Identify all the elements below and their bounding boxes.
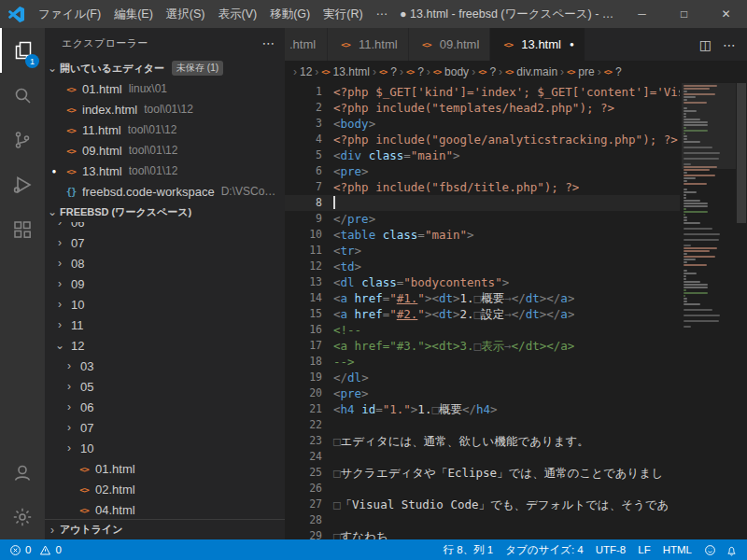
search-icon[interactable] bbox=[0, 73, 45, 118]
code-line: 27□「Visual Studio Code」でも、デフォルトでは、そうであ bbox=[285, 497, 680, 512]
problems-indicator[interactable]: 0 0 bbox=[9, 544, 62, 556]
status-tab-size[interactable]: タブのサイズ: 4 bbox=[505, 543, 583, 557]
symbol-icon: <> bbox=[321, 67, 329, 77]
breadcrumb-item[interactable]: <>pre bbox=[567, 65, 595, 78]
folder-item[interactable]: ›11 bbox=[45, 315, 285, 335]
folder-item[interactable]: ›06 bbox=[45, 397, 285, 417]
run-debug-icon[interactable] bbox=[0, 162, 45, 207]
code-line: 28 bbox=[285, 512, 680, 528]
tabs: .html<>11.html<>09.html<>13.html● bbox=[285, 28, 585, 61]
folder-item[interactable]: ⌄12 bbox=[45, 335, 285, 356]
open-editor-item[interactable]: <>09.htmltool\01\12 bbox=[45, 140, 285, 161]
menu-file[interactable]: ファイル(F) bbox=[32, 0, 107, 28]
breadcrumb-item[interactable]: <>? bbox=[604, 65, 622, 78]
folder-item[interactable]: ›06 bbox=[45, 222, 285, 232]
menu-view[interactable]: 表示(V) bbox=[211, 0, 263, 28]
status-encoding[interactable]: UTF-8 bbox=[596, 544, 627, 555]
code-editor[interactable]: 1<?php $_GET['kind']='index'; $_GET['con… bbox=[285, 83, 747, 539]
file-item[interactable]: <>02.html bbox=[45, 479, 285, 499]
code-line: 1<?php $_GET['kind']='index'; $_GET['con… bbox=[285, 84, 680, 100]
folder-item[interactable]: ›07 bbox=[45, 417, 285, 438]
status-language[interactable]: HTML bbox=[663, 544, 692, 555]
breadcrumb-item[interactable]: <>13.html bbox=[321, 65, 370, 78]
maximize-button[interactable]: □ bbox=[663, 0, 705, 28]
html-file-icon: <> bbox=[419, 39, 434, 49]
folder-item[interactable]: ›10 bbox=[45, 438, 285, 458]
open-editor-item[interactable]: <>01.htmllinux\01 bbox=[45, 78, 285, 99]
symbol-icon: <> bbox=[406, 67, 414, 77]
menu-run[interactable]: 実行(R) bbox=[317, 0, 369, 28]
breadcrumb-item[interactable]: 12 bbox=[300, 65, 312, 78]
source-control-icon[interactable] bbox=[0, 118, 45, 162]
workspace-file-icon: {} bbox=[63, 186, 78, 197]
folder-item[interactable]: ›10 bbox=[45, 294, 285, 315]
folder-item[interactable]: ›09 bbox=[45, 273, 285, 294]
line-number: 15 bbox=[285, 306, 322, 322]
file-item[interactable]: <>01.html bbox=[45, 458, 285, 479]
folder-item[interactable]: ›08 bbox=[45, 253, 285, 273]
line-number: 27 bbox=[285, 497, 322, 512]
window-title: ● 13.html - freebsd (ワークスペース) - Visu… bbox=[394, 7, 621, 22]
menu-go[interactable]: 移動(G) bbox=[263, 0, 317, 28]
bell-icon[interactable] bbox=[726, 544, 738, 556]
extensions-icon[interactable] bbox=[0, 207, 45, 252]
tab-09.html[interactable]: <>09.html bbox=[409, 28, 491, 61]
file-item[interactable]: <>04.html bbox=[45, 499, 285, 519]
code-line: 17<a href="#3."><dt>3.□表示→</dt></a> bbox=[285, 338, 680, 354]
tab-13.html[interactable]: <>13.html● bbox=[490, 28, 585, 61]
breadcrumb-item[interactable]: <>div.main bbox=[505, 65, 557, 78]
menu-selection[interactable]: 選択(S) bbox=[160, 0, 212, 28]
item-name: 08 bbox=[71, 257, 84, 271]
open-editor-item[interactable]: <>index.htmltool\01\12 bbox=[45, 99, 285, 119]
menu-edit[interactable]: 編集(E) bbox=[107, 0, 160, 28]
open-editors-header[interactable]: ⌄ 開いているエディター 未保存 (1) bbox=[45, 58, 285, 78]
line-number: 19 bbox=[285, 370, 322, 385]
settings-icon[interactable] bbox=[0, 495, 45, 539]
file-name: 13.html bbox=[82, 164, 122, 178]
minimize-button[interactable]: ─ bbox=[621, 0, 663, 28]
item-name: 07 bbox=[71, 236, 84, 250]
breadcrumb-item[interactable]: <>? bbox=[379, 65, 397, 78]
open-editors-list: <>01.htmllinux\01<>index.htmltool\01\12<… bbox=[45, 78, 285, 202]
editor-scrollbar[interactable] bbox=[736, 83, 747, 539]
minimap[interactable] bbox=[682, 83, 736, 539]
close-button[interactable]: ✕ bbox=[705, 0, 747, 28]
code-line: 10<table class="main"> bbox=[285, 227, 680, 243]
breadcrumb-item[interactable]: <>? bbox=[478, 65, 496, 78]
file-path: tool\01\12 bbox=[144, 103, 193, 116]
breadcrumb-separator-icon: › bbox=[472, 65, 475, 78]
explorer-title-label: エクスプローラー bbox=[62, 36, 148, 50]
open-editor-item[interactable]: {}freebsd.code-workspaceD:\VSCo… bbox=[45, 181, 285, 202]
folder-item[interactable]: ›03 bbox=[45, 356, 285, 376]
tab-label: 13.html bbox=[521, 37, 561, 51]
explorer-icon[interactable]: 1 bbox=[0, 28, 45, 73]
feedback-icon[interactable] bbox=[704, 544, 716, 556]
tab-.html[interactable]: .html bbox=[285, 28, 328, 61]
more-actions-icon[interactable]: ⋯ bbox=[262, 35, 275, 50]
status-eol[interactable]: LF bbox=[638, 544, 650, 555]
status-right-items: 行 8、列 1タブのサイズ: 4UTF-8LFHTML bbox=[444, 543, 692, 557]
breadcrumb-item[interactable]: <>body bbox=[433, 65, 469, 78]
vscode-logo bbox=[0, 7, 32, 22]
file-name: index.html bbox=[82, 103, 137, 117]
more-actions-icon[interactable]: ⋯ bbox=[723, 37, 736, 52]
outline-section-header[interactable]: › アウトライン bbox=[45, 519, 285, 539]
menu-more[interactable]: ⋯ bbox=[370, 0, 395, 28]
scrollbar-thumb[interactable] bbox=[737, 83, 746, 223]
line-number: 1 bbox=[285, 84, 322, 100]
status-line-col[interactable]: 行 8、列 1 bbox=[444, 543, 494, 557]
breadcrumb-item[interactable]: <>? bbox=[406, 65, 424, 78]
split-editor-icon[interactable]: ◫ bbox=[699, 37, 712, 52]
open-editor-item[interactable]: ●<>13.htmltool\01\12 bbox=[45, 161, 285, 181]
folder-item[interactable]: ›07 bbox=[45, 232, 285, 253]
open-editor-item[interactable]: <>11.htmltool\01\12 bbox=[45, 119, 285, 140]
text-cursor bbox=[333, 196, 335, 209]
workspace-section-header[interactable]: ⌄ FREEBSD (ワークスペース) bbox=[45, 202, 285, 222]
chevron-right-icon: › bbox=[52, 236, 67, 249]
account-icon[interactable] bbox=[0, 450, 45, 495]
status-end-icons bbox=[704, 544, 738, 556]
folder-item[interactable]: ›05 bbox=[45, 376, 285, 397]
tab-actions: ◫ ⋯ bbox=[688, 28, 747, 61]
tab-11.html[interactable]: <>11.html bbox=[328, 28, 409, 61]
window-controls: ─ □ ✕ bbox=[621, 0, 747, 28]
